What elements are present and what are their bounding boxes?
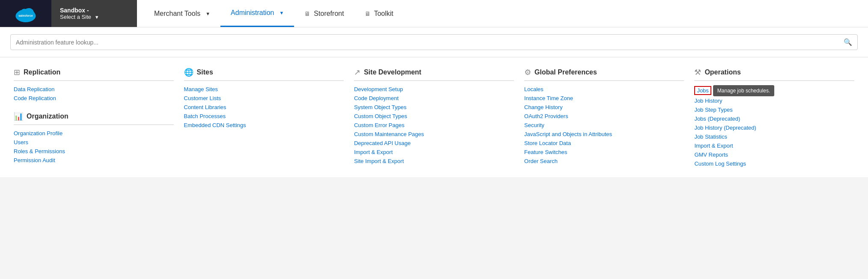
- replication-icon: ⊞: [14, 68, 20, 77]
- deprecated-api-usage-link[interactable]: Deprecated API Usage: [354, 140, 410, 146]
- embedded-cdn-settings-link[interactable]: Embedded CDN Settings: [184, 122, 246, 128]
- sites-links: Manage Sites Customer Lists Content Libr…: [184, 86, 344, 128]
- merchant-tools-label: Merchant Tools: [154, 10, 200, 18]
- chevron-down-icon: ▼: [95, 15, 99, 20]
- site-dev-icon: ↗: [354, 68, 360, 77]
- sites-column: 🌐 Sites Manage Sites Customer Lists Cont…: [184, 68, 354, 167]
- global-preferences-column: ⚙ Global Preferences Locales Instance Ti…: [524, 68, 695, 167]
- svg-text:salesforce: salesforce: [18, 14, 33, 17]
- toolkit-label: Toolkit: [374, 10, 393, 18]
- replication-links: Data Replication Code Replication: [14, 86, 174, 101]
- toolkit-monitor-icon: 🖥: [365, 10, 371, 17]
- manage-sites-link[interactable]: Manage Sites: [184, 86, 218, 92]
- list-item: Instance Time Zone: [524, 95, 684, 101]
- js-objects-attributes-link[interactable]: JavaScript and Objects in Attributes: [524, 131, 612, 137]
- site-import-export-link[interactable]: Site Import & Export: [354, 158, 404, 164]
- search-button[interactable]: 🔍: [844, 38, 852, 46]
- organization-title: Organization: [27, 113, 68, 120]
- job-history-link[interactable]: Job History: [694, 98, 722, 104]
- salesforce-logo: salesforce: [15, 3, 37, 25]
- instance-time-zone-link[interactable]: Instance Time Zone: [524, 95, 573, 101]
- list-item: Custom Object Types: [354, 113, 514, 119]
- storefront-label: Storefront: [314, 10, 344, 18]
- administration-nav[interactable]: Administration ▼: [220, 0, 294, 27]
- security-link[interactable]: Security: [524, 122, 544, 128]
- feature-switches-link[interactable]: Feature Switches: [524, 149, 567, 155]
- toolkit-nav[interactable]: 🖥 Toolkit: [354, 0, 404, 27]
- jobs-tooltip-wrapper: Jobs Manage job schedules.: [694, 86, 711, 95]
- organization-profile-link[interactable]: Organization Profile: [14, 130, 62, 137]
- monitor-icon: 🖥: [304, 10, 310, 17]
- site-select-label: Select a Site ▼: [60, 14, 99, 20]
- code-deployment-link[interactable]: Code Deployment: [354, 95, 398, 101]
- list-item: Store Locator Data: [524, 140, 684, 146]
- system-object-types-link[interactable]: System Object Types: [354, 104, 407, 110]
- storefront-nav[interactable]: 🖥 Storefront: [294, 0, 354, 27]
- organization-links: Organization Profile Users Roles & Permi…: [14, 130, 174, 163]
- list-item: Import & Export: [354, 149, 514, 155]
- import-export-sitedev-link[interactable]: Import & Export: [354, 149, 392, 155]
- site-development-column: ↗ Site Development Development Setup Cod…: [354, 68, 524, 167]
- jobs-link[interactable]: Jobs: [697, 87, 708, 94]
- permission-audit-link[interactable]: Permission Audit: [14, 157, 55, 163]
- list-item: Job History: [694, 98, 854, 104]
- locales-link[interactable]: Locales: [524, 86, 544, 92]
- merchant-tools-chevron: ▼: [205, 11, 210, 16]
- custom-maintenance-pages-link[interactable]: Custom Maintenance Pages: [354, 131, 424, 137]
- custom-error-pages-link[interactable]: Custom Error Pages: [354, 122, 404, 128]
- sites-icon: 🌐: [184, 68, 193, 77]
- organization-section-header: 📊 Organization: [14, 112, 174, 125]
- list-item: Job Statistics: [694, 134, 854, 140]
- jobs-tooltip: Manage job schedules.: [713, 85, 774, 96]
- jobs-deprecated-link[interactable]: Jobs (Deprecated): [694, 116, 740, 122]
- main-content: ⊞ Replication Data Replication Code Repl…: [0, 57, 868, 177]
- job-statistics-link[interactable]: Job Statistics: [694, 134, 727, 140]
- list-item: System Object Types: [354, 104, 514, 110]
- gmv-reports-link[interactable]: GMV Reports: [694, 151, 728, 158]
- list-item: GMV Reports: [694, 151, 854, 158]
- development-setup-link[interactable]: Development Setup: [354, 86, 403, 92]
- list-item: Data Replication: [14, 86, 174, 92]
- logo-area: salesforce: [0, 0, 51, 27]
- site-selector[interactable]: Sandbox - Select a Site ▼: [51, 0, 137, 27]
- order-search-link[interactable]: Order Search: [524, 158, 558, 164]
- search-input[interactable]: [16, 39, 840, 46]
- list-item: Development Setup: [354, 86, 514, 92]
- data-replication-link[interactable]: Data Replication: [14, 86, 54, 92]
- list-item: Site Import & Export: [354, 158, 514, 164]
- batch-processes-link[interactable]: Batch Processes: [184, 113, 226, 119]
- change-history-link[interactable]: Change History: [524, 104, 563, 110]
- list-item: Content Libraries: [184, 104, 344, 110]
- merchant-tools-nav[interactable]: Merchant Tools ▼: [144, 0, 220, 27]
- operations-section-header: ⚒ Operations: [694, 68, 854, 81]
- custom-log-settings-link[interactable]: Custom Log Settings: [694, 160, 746, 167]
- sandbox-label: Sandbox -: [60, 7, 99, 14]
- store-locator-data-link[interactable]: Store Locator Data: [524, 140, 571, 146]
- import-export-operations-link[interactable]: Import & Export: [694, 142, 733, 149]
- content-libraries-link[interactable]: Content Libraries: [184, 104, 226, 110]
- roles-permissions-link[interactable]: Roles & Permissions: [14, 148, 65, 154]
- list-item: Job Step Types: [694, 107, 854, 113]
- organization-icon: 📊: [14, 112, 23, 121]
- oauth2-providers-link[interactable]: OAuth2 Providers: [524, 113, 568, 119]
- top-navigation: salesforce Sandbox - Select a Site ▼ Mer…: [0, 0, 868, 27]
- nav-items: Merchant Tools ▼ Administration ▼ 🖥 Stor…: [137, 0, 404, 27]
- list-item: Order Search: [524, 158, 684, 164]
- custom-object-types-link[interactable]: Custom Object Types: [354, 113, 407, 119]
- search-bar: 🔍: [10, 34, 858, 50]
- users-link[interactable]: Users: [14, 139, 28, 145]
- list-item: Organization Profile: [14, 130, 174, 137]
- job-step-types-link[interactable]: Job Step Types: [694, 107, 732, 113]
- organization-section: 📊 Organization Organization Profile User…: [14, 112, 174, 163]
- list-item: Job History (Deprecated): [694, 125, 854, 131]
- customer-lists-link[interactable]: Customer Lists: [184, 95, 221, 101]
- list-item: Permission Audit: [14, 157, 174, 163]
- replication-section-header: ⊞ Replication: [14, 68, 174, 81]
- list-item: Security: [524, 122, 684, 128]
- code-replication-link[interactable]: Code Replication: [14, 95, 56, 101]
- list-item: Import & Export: [694, 142, 854, 149]
- job-history-deprecated-link[interactable]: Job History (Deprecated): [694, 125, 756, 131]
- list-item: Deprecated API Usage: [354, 140, 514, 146]
- site-dev-section-header: ↗ Site Development: [354, 68, 514, 81]
- list-item: Users: [14, 139, 174, 145]
